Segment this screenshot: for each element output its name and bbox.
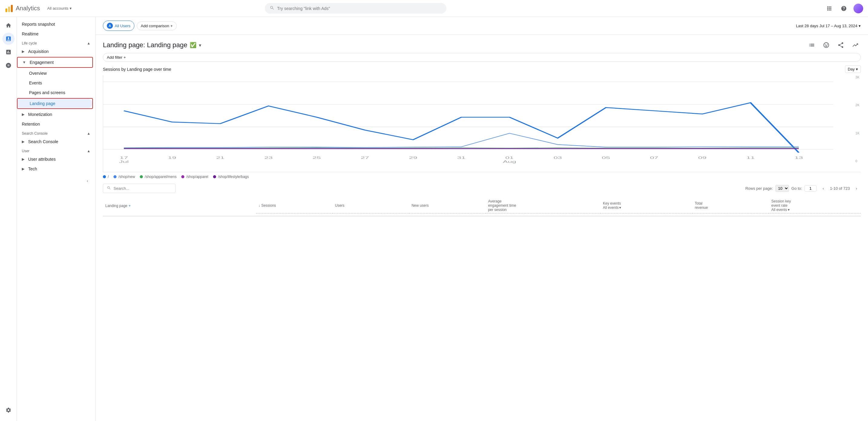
rail-explore-icon[interactable] (2, 46, 14, 58)
rail-home-icon[interactable] (2, 19, 14, 31)
rail-settings-icon[interactable] (2, 404, 14, 416)
chevron-down-icon[interactable]: ▾ (199, 42, 201, 48)
share-icon[interactable] (835, 40, 846, 51)
pagination-next-button[interactable]: › (852, 184, 861, 193)
th-avg-engagement[interactable]: Average engagement time per session (486, 198, 600, 213)
sidebar-item-label: Search Console (28, 139, 58, 144)
rows-per-page-select[interactable]: 10 25 50 (775, 185, 789, 192)
sidebar-item-landing-page[interactable]: Landing page (18, 99, 92, 108)
th-new-users[interactable]: New users (409, 198, 486, 213)
sidebar-item-retention[interactable]: Retention (17, 119, 93, 129)
sidebar-item-events[interactable]: Events (17, 78, 93, 88)
chart-type-icon[interactable] (806, 40, 817, 51)
sidebar-item-label: Realtime (22, 31, 38, 36)
sidebar-item-realtime[interactable]: Realtime (17, 29, 93, 39)
all-users-button[interactable]: A All Users (103, 21, 134, 31)
svg-text:31: 31 (457, 156, 465, 160)
sidebar-item-acquisition[interactable]: ▶ Acquisition (17, 47, 93, 56)
th-sessions[interactable]: ↓ Sessions (256, 198, 333, 213)
user-avatar[interactable] (854, 4, 863, 13)
pagination-prev-button[interactable]: ‹ (819, 184, 828, 193)
icon-rail (0, 17, 17, 421)
sidebar-item-engagement[interactable]: ▼ Engagement (18, 58, 92, 67)
chart-section: Sessions by Landing page over time Day ▾… (96, 65, 868, 184)
search-input[interactable] (277, 6, 441, 11)
legend-item-shop-apparel-mens: /shop/apparel/mens (140, 175, 177, 179)
th-key-events[interactable]: Key events All events ▾ (600, 198, 692, 213)
y-label-1k: 1K (856, 131, 860, 135)
account-selector[interactable]: All accounts ▾ (45, 5, 74, 12)
table-search-input[interactable] (114, 186, 172, 191)
sidebar-item-label: Landing page (30, 101, 55, 106)
add-filter-button[interactable]: Add filter + (103, 53, 861, 62)
th-label: Landing page (105, 204, 127, 208)
th-users[interactable]: Users (333, 198, 409, 213)
pagination: Rows per page: 10 25 50 Go to: 1 ‹ 1-10 … (745, 184, 861, 193)
sidebar-item-user-attributes[interactable]: ▶ User attributes (17, 154, 93, 164)
th-session-key-event-rate[interactable]: Session key event rate All events ▾ (769, 198, 861, 213)
grid-icon[interactable] (825, 4, 834, 13)
icon-rail-top (2, 19, 14, 71)
rail-reports-icon[interactable] (2, 33, 14, 45)
chevron-down-icon: ▾ (70, 6, 72, 10)
sidebar-item-reports-snapshot[interactable]: Reports snapshot (17, 19, 93, 29)
svg-text:27: 27 (361, 156, 369, 160)
svg-rect-0 (5, 8, 7, 12)
chevron-up-icon: ▲ (87, 131, 91, 136)
sidebar-item-search-console[interactable]: ▶ Search Console (17, 137, 93, 147)
rail-advertising-icon[interactable] (2, 59, 14, 71)
svg-text:23: 23 (264, 156, 273, 160)
sidebar-section-lifecycle: Life cycle ▲ (17, 39, 95, 47)
legend-label: / (108, 175, 108, 179)
sidebar-section-user: User ▲ (17, 147, 95, 154)
chevron-down-icon[interactable]: ▾ (788, 208, 789, 212)
date-range-selector[interactable]: Last 28 days Jul 17 – Aug 13, 2024 ▾ (796, 24, 861, 28)
content-area: A All Users Add comparison + Last 28 day… (96, 17, 868, 421)
chevron-down-icon: ▾ (856, 67, 858, 71)
sidebar-section-search-console: Search Console ▲ (17, 129, 95, 137)
expand-icon: ▶ (22, 157, 25, 161)
add-comparison-button[interactable]: Add comparison + (137, 22, 177, 30)
sidebar-item-label: Tech (28, 167, 37, 171)
analytics-icon[interactable] (850, 40, 861, 51)
svg-text:19: 19 (168, 156, 177, 160)
chart-period-label: Day (848, 67, 855, 71)
plus-icon: + (123, 55, 126, 60)
sidebar-item-overview[interactable]: Overview (17, 68, 93, 78)
th-label: Key events (603, 201, 621, 206)
svg-text:29: 29 (409, 156, 417, 160)
svg-text:05: 05 (602, 156, 610, 160)
search-bar (265, 3, 446, 13)
help-icon[interactable] (839, 4, 849, 13)
legend-label: /shop/apparel (186, 175, 208, 179)
main-layout: Reports snapshot Realtime Life cycle ▲ ▶… (0, 17, 868, 421)
sidebar-item-monetization[interactable]: ▶ Monetization (17, 110, 93, 119)
user-badge: A (107, 23, 113, 29)
th-label: Users (335, 203, 344, 208)
page-title-row: Landing page: Landing page ✅ ▾ (96, 35, 868, 53)
plus-icon: + (170, 24, 173, 28)
plus-icon[interactable]: + (129, 204, 131, 208)
svg-text:13: 13 (795, 156, 803, 160)
legend-item-slash: / (103, 175, 108, 179)
filter-add-row: Add filter + (96, 53, 868, 65)
legend-dot (114, 175, 117, 178)
sidebar-item-engagement-container: ▼ Engagement (17, 57, 93, 68)
th-landing-page[interactable]: Landing page + (103, 198, 256, 213)
svg-text:Jul: Jul (119, 159, 129, 163)
account-label: All accounts (47, 6, 68, 10)
go-to-input[interactable]: 1 (804, 185, 816, 191)
chevron-down-icon[interactable]: ▾ (619, 206, 621, 210)
svg-text:25: 25 (312, 156, 321, 160)
table-controls: Rows per page: 10 25 50 Go to: 1 ‹ 1-10 … (103, 184, 861, 193)
emoji-icon[interactable] (821, 40, 832, 51)
sidebar-item-pages-screens[interactable]: Pages and screens (17, 88, 93, 97)
legend-dot (140, 175, 143, 178)
app-title: Analytics (16, 5, 40, 12)
sidebar-item-tech[interactable]: ▶ Tech (17, 164, 93, 174)
sidebar-collapse-button[interactable]: ‹ (85, 176, 91, 185)
chart-period-selector[interactable]: Day ▾ (845, 65, 861, 73)
th-total-revenue[interactable]: Total revenue (692, 198, 769, 213)
content-header: A All Users Add comparison + Last 28 day… (96, 17, 868, 35)
rows-per-page-label: Rows per page: (745, 186, 773, 191)
